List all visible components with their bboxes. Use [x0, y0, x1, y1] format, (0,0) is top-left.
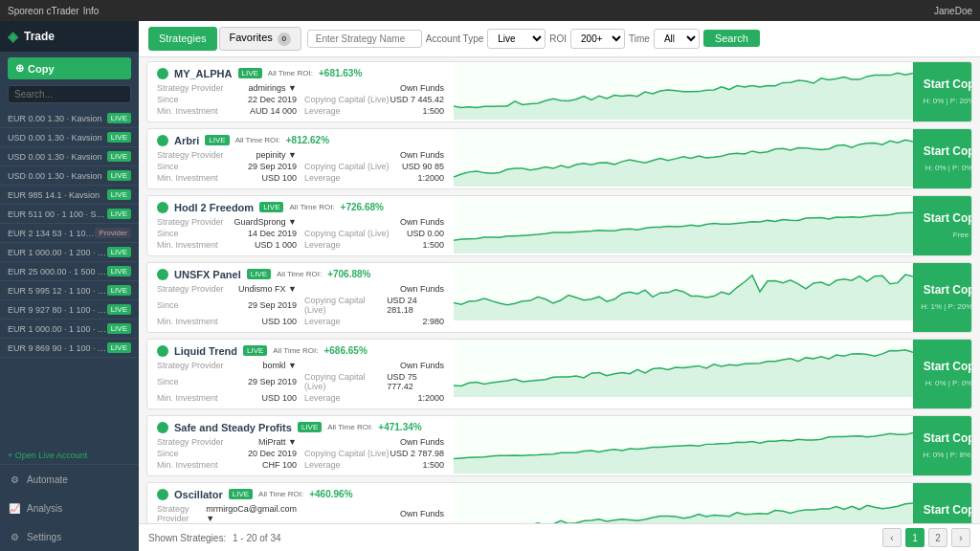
sidebar-account-badge: LIVE	[107, 132, 131, 143]
start-copying-button[interactable]: Start Copying	[924, 283, 972, 298]
strategy-chart	[454, 483, 913, 524]
time-select[interactable]: All 1Y 6M	[654, 29, 700, 49]
roi-value: +726.68%	[341, 202, 384, 212]
strategy-collapse-icon[interactable]	[157, 345, 168, 357]
since-field: Since 14 Dec 2019	[157, 229, 297, 238]
account-type-select[interactable]: Live Demo	[487, 29, 546, 49]
start-copying-area[interactable]: Start Copying H: 0% | P: 20% | V: $5	[913, 62, 972, 121]
sidebar-account-label: EUR 985 14.1 · Kavsion	[8, 190, 107, 200]
provider-value[interactable]: mrmirgoCa@gmail.com ▼	[206, 504, 297, 523]
sidebar-account-item[interactable]: EUR 25 000.00 · 1 500 · Sportnwo LIVE	[0, 262, 139, 281]
time-label: Time	[629, 33, 650, 44]
strategy-search-input[interactable]	[307, 30, 422, 48]
sidebar-account-item[interactable]: EUR 1 000.00 · 1 200 · Sportnwo LIVE	[0, 243, 139, 262]
search-button[interactable]: Search	[703, 30, 760, 47]
sidebar-account-badge: LIVE	[107, 209, 131, 219]
copying-capital-field: Copying Capital (Live) USD 90 85	[304, 162, 444, 171]
top-bar-info[interactable]: Info	[83, 6, 100, 16]
sidebar-account-item[interactable]: EUR 0.00 1.30 · Kavsion LIVE	[0, 109, 139, 128]
sidebar-nav-automate[interactable]: ⚙ Automate	[0, 465, 139, 494]
provider-label: Strategy Provider	[157, 217, 224, 227]
roi-select[interactable]: 200+ 100+ 50+	[570, 29, 625, 49]
provider-value[interactable]: GuardSprong ▼	[234, 217, 297, 227]
sidebar-nav-analysis[interactable]: 📈 Analysis	[0, 494, 139, 522]
sidebar-account-badge: LIVE	[107, 151, 131, 162]
top-bar-app-name: Sporeon cTrader	[8, 6, 79, 16]
start-copying-button[interactable]: Start Copying	[924, 431, 972, 447]
sidebar-account-item[interactable]: EUR 9 869 90 · 1 100 · Sportnwo LIVE	[0, 339, 139, 358]
tab-favorites[interactable]: Favorites 0	[219, 27, 301, 51]
min-investment-value: CHF 100	[262, 460, 297, 470]
strategy-collapse-icon[interactable]	[157, 489, 168, 500]
sidebar-account-item[interactable]: EUR 985 14.1 · Kavsion LIVE	[0, 186, 139, 205]
strategies-list: MY_ALPHA LIVE All Time ROI: +681.63% Str…	[139, 57, 980, 524]
start-copying-button[interactable]: Start Copying	[924, 77, 972, 93]
next-page-button[interactable]: ›	[951, 528, 970, 547]
start-copying-button[interactable]: Start Copying	[924, 144, 972, 160]
copy-button[interactable]: ⊕ Copy	[8, 57, 131, 79]
strategy-name: Hodl 2 Freedom	[174, 202, 254, 213]
strategy-collapse-icon[interactable]	[157, 202, 168, 213]
start-copying-button[interactable]: Start Copying	[924, 360, 972, 375]
provider-value[interactable]: bomkl ▼	[263, 361, 297, 370]
strategy-collapse-icon[interactable]	[157, 135, 168, 146]
start-copying-area[interactable]: Start Copying H: 0% | P: 0% | V: $5	[913, 340, 972, 408]
start-copying-button[interactable]: Start Copying	[924, 503, 972, 518]
provider-value[interactable]: pepinity ▼	[256, 150, 297, 160]
since-label: Since	[157, 229, 179, 238]
sidebar-account-item[interactable]: USD 0.00 1.30 · Kavsion LIVE	[0, 128, 139, 147]
sidebar-nav-settings[interactable]: ⚙ Settings	[0, 522, 139, 551]
start-copying-area[interactable]: Start Copying H: 0% | P: 0% | V: $5	[913, 129, 972, 188]
strategy-info: Oscillator LIVE All Time ROI: +460.96% S…	[147, 483, 454, 524]
min-investment-label: Min. Investment	[157, 173, 218, 183]
provider-value[interactable]: Undismo FX ▼	[238, 284, 297, 294]
sidebar-account-label: EUR 1 000.00 · 1 100 · Sportnwo	[8, 324, 107, 334]
start-copying-area[interactable]: Start Copying H: 0% | P: 8% | V: $10	[913, 416, 972, 475]
strategy-collapse-icon[interactable]	[157, 422, 168, 433]
strategy-collapse-icon[interactable]	[157, 269, 168, 280]
min-investment-value: USD 100	[261, 173, 297, 183]
min-investment-value: USD 100	[261, 317, 297, 326]
tab-strategies[interactable]: Strategies	[148, 27, 217, 51]
since-field: Since 29 Sep 2019	[157, 296, 297, 315]
start-copying-button[interactable]: Start Copying	[924, 211, 972, 227]
sidebar-account-item[interactable]: EUR 9 927 80 · 1 100 · Sportnwo LIVE	[0, 300, 139, 320]
start-copying-area[interactable]: Start Copying H: 1% | P: 20% | V: $10	[913, 263, 972, 332]
leverage-label: Leverage	[304, 393, 341, 403]
since-label: Since	[157, 95, 179, 104]
leverage-field: Leverage 1:500	[304, 106, 444, 116]
provider-label: Strategy Provider	[157, 361, 224, 370]
strategy-collapse-icon[interactable]	[157, 68, 168, 79]
provider-field: Strategy Provider admirings ▼	[157, 83, 297, 93]
page-2-button[interactable]: 2	[928, 528, 947, 547]
provider-value[interactable]: admirings ▼	[249, 83, 297, 93]
strategy-header: Arbri LIVE All Time ROI: +812.62%	[157, 135, 444, 146]
copying-capital-field: Copying Capital (Live) USD 7 445.42	[304, 95, 444, 104]
min-investment-field: Min. Investment USD 1 000	[157, 240, 297, 250]
copying-capital-value: USD 2 787.98	[390, 449, 444, 458]
sidebar-account-badge: LIVE	[107, 285, 131, 296]
sidebar-search-input[interactable]	[8, 85, 131, 103]
sidebar-nav: ⚙ Automate 📈 Analysis ⚙ Settings	[0, 464, 139, 551]
sidebar-account-item[interactable]: EUR 2 134 53 · 1 100 · Sportnwo Provider	[0, 224, 139, 243]
strategy-grid: Strategy Provider Undismo FX ▼ Own Funds…	[157, 284, 444, 326]
copy-stats: H: 0% | P: 8% | V: $10	[923, 451, 972, 459]
provider-label: Strategy Provider	[157, 150, 224, 160]
prev-page-button[interactable]: ‹	[882, 528, 902, 547]
copying-capital-field: Copying Capital (Live) USD 0.00	[304, 229, 444, 238]
start-copying-area[interactable]: Start Copying H: 0% | P: 20% | V: $5	[913, 483, 972, 524]
live-badge: LIVE	[259, 202, 283, 212]
sidebar-account-item[interactable]: EUR 511 00 · 1 100 · Sportnwo LIVE	[0, 205, 139, 224]
sidebar-account-item[interactable]: EUR 1 000.00 · 1 100 · Sportnwo LIVE	[0, 320, 139, 339]
roi-value: +706.88%	[327, 269, 370, 279]
sidebar-account-item[interactable]: USD 0.00 1.30 · Kavsion LIVE	[0, 147, 139, 166]
start-copying-area[interactable]: Start Copying Free	[913, 196, 972, 255]
copy-stats: H: 0% | P: 0% | V: $5	[925, 164, 972, 172]
timeframe-label: All Time ROI:	[277, 270, 322, 278]
sidebar-account-item[interactable]: USD 0.00 1.30 · Kavsion LIVE	[0, 166, 139, 186]
provider-value[interactable]: MiPratt ▼	[258, 437, 297, 447]
sidebar-account-item[interactable]: EUR 5 995 12 · 1 100 · Sportnwo LIVE	[0, 281, 139, 300]
page-1-button[interactable]: 1	[905, 528, 924, 547]
open-live-account-link[interactable]: + Open Live Account	[0, 447, 139, 464]
leverage-field: Leverage 1:2000	[304, 393, 444, 403]
